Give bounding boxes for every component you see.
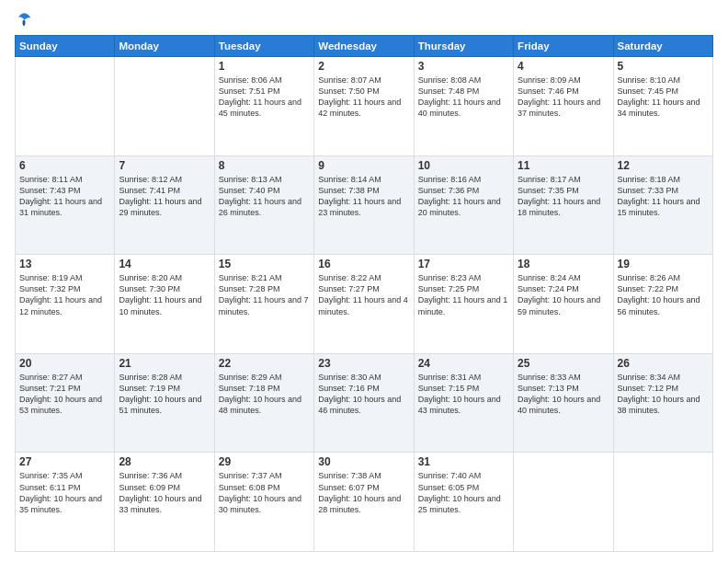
week-row-1: 1Sunrise: 8:06 AM Sunset: 7:51 PM Daylig… xyxy=(16,57,713,156)
day-number: 20 xyxy=(19,357,110,370)
day-number: 3 xyxy=(418,60,509,73)
logo-bird-icon xyxy=(16,11,32,28)
day-number: 10 xyxy=(418,159,509,172)
day-number: 7 xyxy=(119,159,210,172)
day-number: 8 xyxy=(219,159,310,172)
day-header-sunday: Sunday xyxy=(16,36,115,57)
day-header-monday: Monday xyxy=(115,36,214,57)
calendar-cell xyxy=(514,453,613,552)
day-number: 22 xyxy=(219,357,310,370)
calendar-cell: 30Sunrise: 7:38 AM Sunset: 6:07 PM Dayli… xyxy=(314,453,414,552)
calendar-cell: 28Sunrise: 7:36 AM Sunset: 6:09 PM Dayli… xyxy=(115,453,214,552)
day-number: 24 xyxy=(418,357,509,370)
cell-info: Sunrise: 7:38 AM Sunset: 6:07 PM Dayligh… xyxy=(318,470,409,515)
cell-info: Sunrise: 8:24 AM Sunset: 7:24 PM Dayligh… xyxy=(518,272,609,317)
day-header-friday: Friday xyxy=(514,36,613,57)
cell-info: Sunrise: 8:30 AM Sunset: 7:16 PM Dayligh… xyxy=(318,372,409,417)
cell-info: Sunrise: 8:21 AM Sunset: 7:28 PM Dayligh… xyxy=(219,272,310,317)
cell-info: Sunrise: 8:14 AM Sunset: 7:38 PM Dayligh… xyxy=(318,174,409,219)
week-row-5: 27Sunrise: 7:35 AM Sunset: 6:11 PM Dayli… xyxy=(16,453,713,552)
calendar-cell: 12Sunrise: 8:18 AM Sunset: 7:33 PM Dayli… xyxy=(613,155,712,255)
cell-info: Sunrise: 8:22 AM Sunset: 7:27 PM Dayligh… xyxy=(318,272,409,317)
day-number: 13 xyxy=(19,258,110,270)
cell-info: Sunrise: 8:06 AM Sunset: 7:51 PM Dayligh… xyxy=(219,75,310,120)
cell-info: Sunrise: 8:16 AM Sunset: 7:36 PM Dayligh… xyxy=(418,174,509,219)
cell-info: Sunrise: 7:35 AM Sunset: 6:11 PM Dayligh… xyxy=(19,470,110,515)
day-number: 1 xyxy=(219,60,310,73)
cell-info: Sunrise: 7:37 AM Sunset: 6:08 PM Dayligh… xyxy=(219,470,310,515)
day-number: 9 xyxy=(318,159,409,172)
week-row-2: 6Sunrise: 8:11 AM Sunset: 7:43 PM Daylig… xyxy=(16,155,713,255)
calendar-cell: 31Sunrise: 7:40 AM Sunset: 6:05 PM Dayli… xyxy=(414,453,513,552)
day-number: 11 xyxy=(518,159,609,172)
cell-info: Sunrise: 8:13 AM Sunset: 7:40 PM Dayligh… xyxy=(219,174,310,219)
calendar-cell: 13Sunrise: 8:19 AM Sunset: 7:32 PM Dayli… xyxy=(16,255,115,354)
cell-info: Sunrise: 8:29 AM Sunset: 7:18 PM Dayligh… xyxy=(219,372,310,417)
calendar-cell: 15Sunrise: 8:21 AM Sunset: 7:28 PM Dayli… xyxy=(214,255,313,354)
calendar-cell xyxy=(613,453,712,552)
calendar-cell: 25Sunrise: 8:33 AM Sunset: 7:13 PM Dayli… xyxy=(514,353,613,453)
day-number: 4 xyxy=(518,60,609,73)
calendar-cell: 14Sunrise: 8:20 AM Sunset: 7:30 PM Dayli… xyxy=(115,255,214,354)
calendar-cell: 2Sunrise: 8:07 AM Sunset: 7:50 PM Daylig… xyxy=(314,57,414,156)
calendar-cell: 7Sunrise: 8:12 AM Sunset: 7:41 PM Daylig… xyxy=(115,155,214,255)
cell-info: Sunrise: 8:19 AM Sunset: 7:32 PM Dayligh… xyxy=(19,272,110,317)
cell-info: Sunrise: 8:23 AM Sunset: 7:25 PM Dayligh… xyxy=(418,272,509,317)
calendar-cell: 20Sunrise: 8:27 AM Sunset: 7:21 PM Dayli… xyxy=(16,353,115,453)
week-row-4: 20Sunrise: 8:27 AM Sunset: 7:21 PM Dayli… xyxy=(16,353,713,453)
calendar-cell xyxy=(16,57,115,156)
calendar-cell: 5Sunrise: 8:10 AM Sunset: 7:45 PM Daylig… xyxy=(613,57,712,156)
calendar-cell: 21Sunrise: 8:28 AM Sunset: 7:19 PM Dayli… xyxy=(115,353,214,453)
day-number: 19 xyxy=(618,258,709,270)
day-number: 2 xyxy=(318,60,409,73)
cell-info: Sunrise: 8:09 AM Sunset: 7:46 PM Dayligh… xyxy=(518,75,609,120)
calendar-cell: 27Sunrise: 7:35 AM Sunset: 6:11 PM Dayli… xyxy=(16,453,115,552)
cell-info: Sunrise: 8:27 AM Sunset: 7:21 PM Dayligh… xyxy=(19,372,110,417)
day-number: 26 xyxy=(618,357,709,370)
cell-info: Sunrise: 8:12 AM Sunset: 7:41 PM Dayligh… xyxy=(119,174,210,219)
cell-info: Sunrise: 8:26 AM Sunset: 7:22 PM Dayligh… xyxy=(618,272,709,317)
calendar-cell: 9Sunrise: 8:14 AM Sunset: 7:38 PM Daylig… xyxy=(314,155,414,255)
calendar-cell: 6Sunrise: 8:11 AM Sunset: 7:43 PM Daylig… xyxy=(16,155,115,255)
day-number: 21 xyxy=(119,357,210,370)
cell-info: Sunrise: 8:31 AM Sunset: 7:15 PM Dayligh… xyxy=(418,372,509,417)
cell-info: Sunrise: 8:07 AM Sunset: 7:50 PM Dayligh… xyxy=(318,75,409,120)
day-number: 27 xyxy=(19,455,110,468)
page: SundayMondayTuesdayWednesdayThursdayFrid… xyxy=(0,0,728,563)
cell-info: Sunrise: 8:11 AM Sunset: 7:43 PM Dayligh… xyxy=(19,174,110,219)
day-number: 5 xyxy=(618,60,709,73)
week-row-3: 13Sunrise: 8:19 AM Sunset: 7:32 PM Dayli… xyxy=(16,255,713,354)
cell-info: Sunrise: 8:10 AM Sunset: 7:45 PM Dayligh… xyxy=(618,75,709,120)
day-number: 17 xyxy=(418,258,509,270)
calendar-cell: 17Sunrise: 8:23 AM Sunset: 7:25 PM Dayli… xyxy=(414,255,513,354)
calendar-cell xyxy=(115,57,214,156)
day-number: 30 xyxy=(318,455,409,468)
day-header-wednesday: Wednesday xyxy=(314,36,414,57)
cell-info: Sunrise: 8:33 AM Sunset: 7:13 PM Dayligh… xyxy=(518,372,609,417)
day-number: 14 xyxy=(119,258,210,270)
calendar-cell: 24Sunrise: 8:31 AM Sunset: 7:15 PM Dayli… xyxy=(414,353,513,453)
calendar-cell: 11Sunrise: 8:17 AM Sunset: 7:35 PM Dayli… xyxy=(514,155,613,255)
calendar-cell: 1Sunrise: 8:06 AM Sunset: 7:51 PM Daylig… xyxy=(214,57,313,156)
day-number: 23 xyxy=(318,357,409,370)
calendar-cell: 22Sunrise: 8:29 AM Sunset: 7:18 PM Dayli… xyxy=(214,353,313,453)
calendar-cell: 26Sunrise: 8:34 AM Sunset: 7:12 PM Dayli… xyxy=(613,353,712,453)
calendar-cell: 23Sunrise: 8:30 AM Sunset: 7:16 PM Dayli… xyxy=(314,353,414,453)
calendar-cell: 29Sunrise: 7:37 AM Sunset: 6:08 PM Dayli… xyxy=(214,453,313,552)
cell-info: Sunrise: 8:17 AM Sunset: 7:35 PM Dayligh… xyxy=(518,174,609,219)
cell-info: Sunrise: 8:34 AM Sunset: 7:12 PM Dayligh… xyxy=(618,372,709,417)
day-header-saturday: Saturday xyxy=(613,36,712,57)
day-number: 16 xyxy=(318,258,409,270)
cell-info: Sunrise: 8:28 AM Sunset: 7:19 PM Dayligh… xyxy=(119,372,210,417)
calendar-cell: 16Sunrise: 8:22 AM Sunset: 7:27 PM Dayli… xyxy=(314,255,414,354)
header xyxy=(15,11,713,28)
day-number: 28 xyxy=(119,455,210,468)
day-header-tuesday: Tuesday xyxy=(214,36,313,57)
day-number: 29 xyxy=(219,455,310,468)
day-header-thursday: Thursday xyxy=(414,36,513,57)
cell-info: Sunrise: 7:40 AM Sunset: 6:05 PM Dayligh… xyxy=(418,470,509,515)
calendar-cell: 3Sunrise: 8:08 AM Sunset: 7:48 PM Daylig… xyxy=(414,57,513,156)
calendar-cell: 10Sunrise: 8:16 AM Sunset: 7:36 PM Dayli… xyxy=(414,155,513,255)
calendar-cell: 18Sunrise: 8:24 AM Sunset: 7:24 PM Dayli… xyxy=(514,255,613,354)
cell-info: Sunrise: 8:18 AM Sunset: 7:33 PM Dayligh… xyxy=(618,174,709,219)
